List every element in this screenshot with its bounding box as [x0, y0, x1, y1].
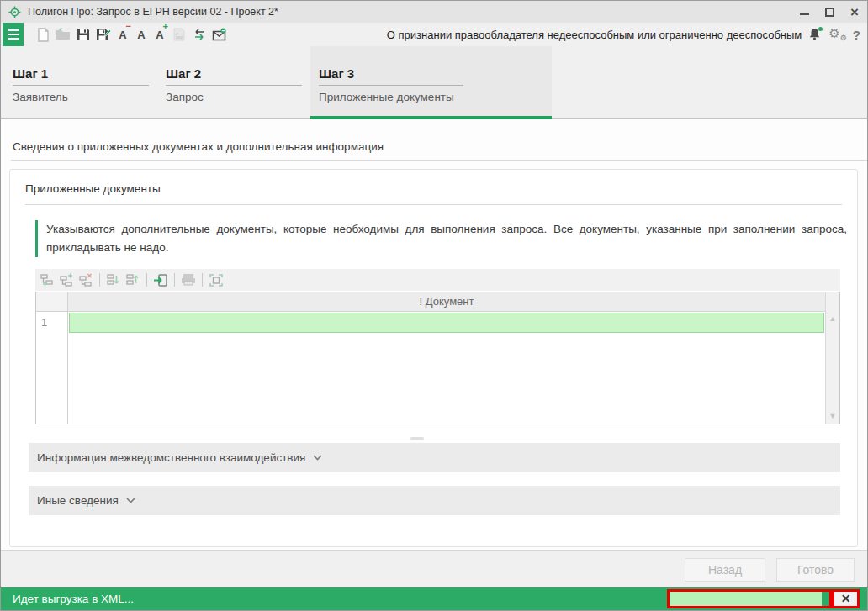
splitter-grip[interactable] [410, 437, 424, 440]
help-icon[interactable]: ? [853, 28, 860, 42]
font-increase-icon[interactable]: A+ [151, 25, 168, 44]
mail-check-icon[interactable] [210, 25, 229, 44]
row-number: 1 [36, 312, 67, 334]
back-button[interactable]: Назад [685, 558, 765, 582]
grid-toolbar [35, 269, 840, 291]
status-message: Идет выгрузка в XML... [1, 593, 134, 605]
table-row[interactable] [68, 312, 825, 334]
maximize-button[interactable] [817, 1, 842, 23]
window-controls: × [791, 1, 867, 23]
preview-icon[interactable] [180, 271, 197, 288]
status-bar: Идет выгрузка в XML... ✕ [1, 587, 867, 610]
title-bar: Полигон Про: Запрос в ЕГРН версии 02 - П… [1, 1, 867, 23]
open-folder-icon[interactable] [54, 25, 72, 44]
section-other-info[interactable]: Иные сведения [29, 486, 840, 515]
save-as-icon[interactable] [94, 25, 113, 44]
scroll-up-icon[interactable]: ▲ [826, 314, 839, 323]
export-progress-bar [667, 589, 832, 608]
main-toolbar: A− A A+ О признании правообладателя неде… [1, 23, 867, 46]
tab-step-3[interactable]: Шаг 3 Приложенные документы [319, 66, 463, 103]
footer-bar: Назад Готово [1, 550, 867, 587]
tab-step-1[interactable]: Шаг 1 Заявитель [13, 66, 149, 103]
active-tab-underline [310, 116, 552, 119]
delete-row-icon[interactable] [77, 271, 94, 288]
notification-dot [818, 27, 823, 31]
page-title-divider [11, 160, 867, 161]
chevron-down-icon [313, 455, 322, 461]
step-tabs: Шаг 1 Заявитель Шаг 2 Запрос Шаг 3 Прило… [1, 46, 867, 119]
panel-title-divider [25, 204, 842, 205]
font-decrease-icon[interactable]: A− [114, 25, 131, 44]
step-2-title: Шаг 2 [166, 66, 302, 86]
done-button[interactable]: Готово [776, 558, 855, 582]
cancel-export-button[interactable]: ✕ [832, 589, 860, 608]
toolbar-separator [99, 273, 100, 287]
add-child-row-icon[interactable] [58, 271, 75, 288]
add-row-icon[interactable] [39, 271, 56, 288]
content-area: Сведения о приложенных документах и допо… [1, 119, 867, 550]
app-logo-icon [8, 6, 21, 18]
minimize-icon [800, 13, 809, 15]
chevron-down-icon [126, 498, 135, 503]
step-1-subtitle: Заявитель [13, 91, 149, 103]
step-3-subtitle: Приложенные документы [319, 91, 463, 103]
notifications-bell-icon[interactable] [807, 27, 823, 42]
expand-grid-icon[interactable] [208, 271, 225, 288]
tab-step-2[interactable]: Шаг 2 Запрос [166, 66, 302, 103]
section-interagency-info[interactable]: Информация межведомственного взаимодейст… [29, 443, 840, 472]
maximize-icon [825, 8, 834, 17]
document-column-header: ! Документ [68, 292, 825, 312]
app-window: Полигон Про: Запрос в ЕГРН версии 02 - П… [0, 0, 868, 611]
close-icon: × [850, 5, 859, 19]
move-row-up-icon[interactable] [124, 271, 141, 288]
settings-gears-icon[interactable]: ⚙⚙ [828, 27, 847, 42]
transfer-arrows-icon[interactable] [190, 25, 209, 44]
page-title: Сведения о приложенных документах и допо… [13, 140, 384, 153]
step-1-title: Шаг 1 [13, 66, 149, 86]
section-label: Информация межведомственного взаимодейст… [37, 451, 305, 464]
xml-export-icon[interactable] [170, 25, 188, 44]
export-progress-zone: ✕ [667, 589, 860, 608]
import-document-icon[interactable] [152, 271, 169, 288]
attached-documents-panel: Приложенные документы Указываются дополн… [9, 169, 858, 547]
toolbar-separator [146, 273, 147, 287]
panel-title: Приложенные документы [25, 182, 161, 195]
request-type-label: О признании правообладателя недееспособн… [387, 29, 802, 41]
menu-button[interactable] [3, 23, 24, 46]
step-3-title: Шаг 3 [319, 66, 463, 86]
step-2-subtitle: Запрос [166, 91, 302, 103]
progress-indicator [822, 592, 829, 606]
row-number-header [36, 292, 67, 312]
document-cell[interactable] [69, 313, 824, 333]
document-column: ! Документ [68, 292, 825, 424]
font-size-icon[interactable]: A [133, 25, 150, 44]
row-number-column: 1 [36, 292, 68, 424]
scroll-down-icon[interactable]: ▼ [826, 412, 839, 420]
new-file-icon[interactable] [34, 25, 52, 44]
toolbar-right-cluster: О признании правообладателя недееспособн… [387, 27, 867, 42]
section-label: Иные сведения [37, 494, 119, 507]
toolbar-separator [202, 273, 203, 287]
window-title: Полигон Про: Запрос в ЕГРН версии 02 - П… [28, 6, 278, 18]
documents-table[interactable]: 1 ! Документ ▲ ▼ [35, 292, 840, 424]
minimize-button[interactable] [791, 1, 817, 23]
table-scrollbar[interactable]: ▲ ▼ [825, 292, 839, 424]
move-row-down-icon[interactable] [105, 271, 122, 288]
close-button[interactable]: × [842, 1, 867, 23]
save-icon[interactable] [74, 25, 93, 44]
info-note: Указываются дополнительные документы, ко… [35, 220, 847, 257]
toolbar-separator [174, 273, 175, 287]
